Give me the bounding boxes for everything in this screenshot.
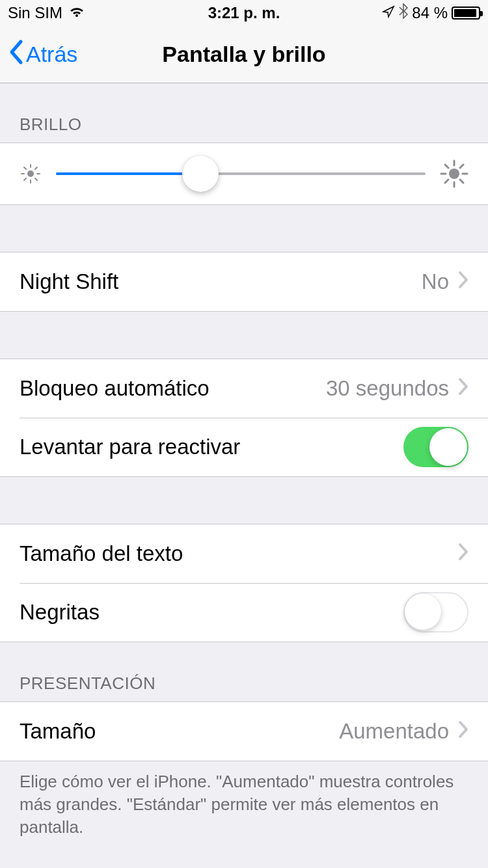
brightness-group xyxy=(0,142,488,205)
display-zoom-value: Aumentado xyxy=(339,719,449,744)
section-footer-presentacion: Elige cómo ver el iPhone. "Aumentado" mu… xyxy=(0,761,488,852)
raise-to-wake-toggle[interactable] xyxy=(403,427,468,467)
status-bar: Sin SIM 3:21 p. m. 84 % xyxy=(0,0,488,26)
carrier-label: Sin SIM xyxy=(8,4,62,22)
svg-line-15 xyxy=(460,180,463,183)
svg-line-14 xyxy=(445,165,448,168)
brightness-slider-row xyxy=(0,143,488,204)
night-shift-group: Night Shift No xyxy=(0,252,488,312)
raise-to-wake-row: Levantar para reactivar xyxy=(0,418,488,476)
brightness-low-icon xyxy=(20,163,42,185)
night-shift-label: Night Shift xyxy=(20,269,422,294)
text-size-label: Tamaño del texto xyxy=(20,541,458,566)
section-header-brillo: BRILLO xyxy=(0,83,488,142)
brightness-high-icon xyxy=(440,159,468,188)
status-time: 3:21 p. m. xyxy=(208,4,280,22)
svg-line-5 xyxy=(24,167,26,169)
auto-lock-label: Bloqueo automático xyxy=(20,376,326,401)
brightness-slider[interactable] xyxy=(56,172,426,175)
display-zoom-row[interactable]: Tamaño Aumentado xyxy=(0,702,488,761)
lock-group: Bloqueo automático 30 segundos Levantar … xyxy=(0,359,488,477)
bold-text-row: Negritas xyxy=(0,583,488,642)
chevron-right-icon xyxy=(458,376,468,401)
svg-line-8 xyxy=(35,167,37,169)
auto-lock-row[interactable]: Bloqueo automático 30 segundos xyxy=(0,359,488,418)
section-header-presentacion: PRESENTACIÓN xyxy=(0,642,488,701)
night-shift-row[interactable]: Night Shift No xyxy=(0,252,488,311)
back-button[interactable]: Atrás xyxy=(8,39,77,70)
bold-text-label: Negritas xyxy=(20,600,403,625)
raise-to-wake-label: Levantar para reactivar xyxy=(20,435,403,459)
text-group: Tamaño del texto Negritas xyxy=(0,524,488,642)
night-shift-value: No xyxy=(422,269,449,294)
chevron-right-icon xyxy=(458,269,468,294)
auto-lock-value: 30 segundos xyxy=(326,376,449,401)
location-icon xyxy=(382,4,395,22)
svg-line-17 xyxy=(460,165,463,168)
bold-text-toggle[interactable] xyxy=(403,592,468,632)
chevron-right-icon xyxy=(458,719,468,744)
text-size-row[interactable]: Tamaño del texto xyxy=(0,524,488,583)
bluetooth-icon xyxy=(399,3,408,23)
wifi-icon xyxy=(68,4,86,22)
svg-line-6 xyxy=(35,178,37,180)
battery-icon xyxy=(452,7,480,20)
svg-line-7 xyxy=(24,178,26,180)
svg-point-0 xyxy=(27,170,34,177)
svg-point-9 xyxy=(449,169,459,179)
slider-thumb[interactable] xyxy=(182,156,219,192)
chevron-left-icon xyxy=(8,39,23,70)
display-zoom-label: Tamaño xyxy=(20,719,339,744)
chevron-right-icon xyxy=(458,541,468,566)
svg-line-16 xyxy=(445,180,448,183)
battery-pct: 84 % xyxy=(412,4,448,22)
page-title: Pantalla y brillo xyxy=(162,42,325,67)
display-zoom-group: Tamaño Aumentado xyxy=(0,701,488,761)
back-label: Atrás xyxy=(26,42,77,67)
nav-bar: Atrás Pantalla y brillo xyxy=(0,26,488,83)
